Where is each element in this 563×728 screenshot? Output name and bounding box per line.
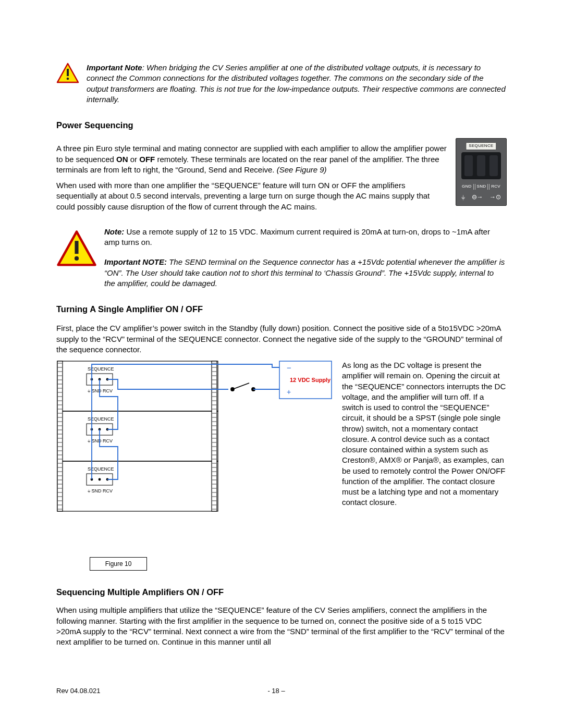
page-footer: Rev 04.08.021 - 18 – xyxy=(56,686,507,696)
note-block-2: Note: Use a remote supply of 12 to 15 VD… xyxy=(56,227,507,289)
svg-point-2 xyxy=(67,78,69,80)
para-power-seq-2: When used with more than one amplifier t… xyxy=(56,180,507,212)
svg-rect-6 xyxy=(57,361,218,411)
power-sequencing-block: SEQUENCE GND SND RCV ⏚ ⊖→ →⊙ A three pin… xyxy=(56,138,507,217)
notes-right: Note: Use a remote supply of 12 to 15 VD… xyxy=(104,227,507,289)
svg-rect-7 xyxy=(57,411,218,461)
svg-rect-4 xyxy=(75,241,78,254)
note-lead: Important Note xyxy=(87,63,142,72)
warning-icon xyxy=(56,230,97,265)
svg-point-98 xyxy=(99,478,101,481)
svg-rect-9 xyxy=(57,361,63,511)
figure-10-diagram: SEQUENCE ⏚ SND RCV SEQUENCE ⏚ SND RCV SE… xyxy=(56,360,333,548)
warning-icon xyxy=(56,63,79,83)
svg-text:+: + xyxy=(287,388,291,396)
single-amp-block: First, place the CV amplifier’s power sw… xyxy=(56,322,507,571)
svg-line-106 xyxy=(232,383,249,389)
footer-page: - 18 – xyxy=(267,686,285,696)
pin-labels-text: GND SND RCV xyxy=(460,184,502,190)
connector-socket xyxy=(461,152,501,179)
para-power-seq-1: A three pin Euro style terminal and mati… xyxy=(56,143,507,175)
figure-10: SEQUENCE ⏚ SND RCV SEQUENCE ⏚ SND RCV SE… xyxy=(56,360,333,571)
svg-point-5 xyxy=(75,256,79,261)
pin-snd-label: SND xyxy=(475,184,488,190)
svg-text:−: − xyxy=(287,363,291,372)
svg-rect-8 xyxy=(57,461,218,511)
svg-text:⏚  SND RCV: ⏚ SND RCV xyxy=(88,488,113,493)
figure-10-caption: Figure 10 xyxy=(90,557,147,571)
svg-rect-10 xyxy=(212,361,217,511)
note-body: : When bridging the CV Series amplifier … xyxy=(87,63,506,104)
note-2: Note: Use a remote supply of 12 to 15 VD… xyxy=(104,227,507,248)
svg-rect-1 xyxy=(67,69,69,76)
important-note-1: Important Note: When bridging the CV Ser… xyxy=(56,63,507,105)
heading-multi-amp: Sequencing Multiple Amplifiers ON / OFF xyxy=(56,586,507,598)
pin-icons: ⏚ ⊖→ →⊙ xyxy=(461,193,501,201)
in-arrow-icon: →⊙ xyxy=(489,193,501,201)
document-page: Important Note: When bridging the CV Ser… xyxy=(0,0,563,728)
svg-text:12 VDC Supply: 12 VDC Supply xyxy=(290,377,331,383)
note-3: Important NOTE: The SEND terminal on the… xyxy=(104,257,507,289)
ground-icon: ⏚ xyxy=(461,193,465,201)
sequence-label: SEQUENCE xyxy=(466,142,496,150)
footer-rev: Rev 04.08.021 xyxy=(56,686,101,696)
heading-single-amp: Turning A Single Amplifier ON / OFF xyxy=(56,303,507,315)
heading-power-sequencing: Power Sequencing xyxy=(56,119,507,131)
out-arrow-icon: ⊖→ xyxy=(472,193,483,201)
figure-9-sequence-connector: SEQUENCE GND SND RCV ⏚ ⊖→ →⊙ xyxy=(456,138,507,206)
pin-rcv-label: RCV xyxy=(489,184,502,190)
para-single-1: First, place the CV amplifier’s power sw… xyxy=(56,323,507,355)
note-text: Important Note: When bridging the CV Ser… xyxy=(87,63,507,105)
figure-9-reference: (See Figure 9) xyxy=(277,165,327,174)
para-multi-1: When using multiple amplifiers that util… xyxy=(56,605,507,647)
pin-gnd-label: GND xyxy=(460,184,474,190)
